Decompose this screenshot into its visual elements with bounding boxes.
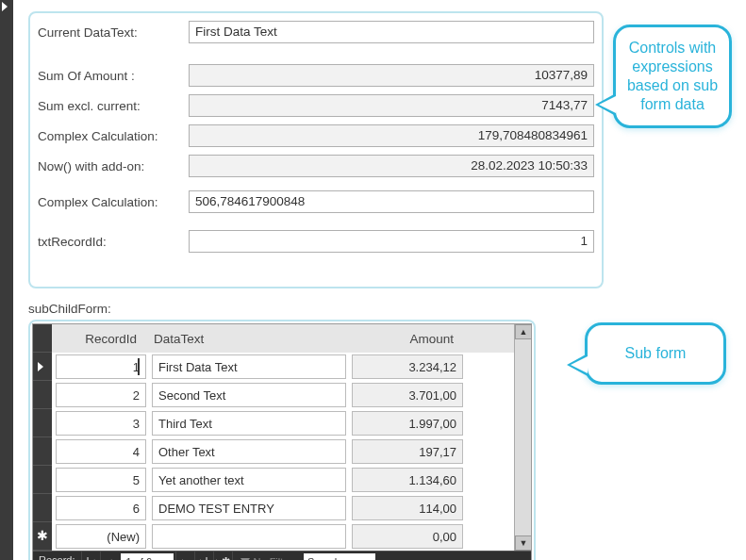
- header-amount[interactable]: Amount: [348, 330, 459, 348]
- subform-highlight: ✱ RecordId DataText Amount 1 First Data …: [28, 320, 536, 560]
- field-now-addon[interactable]: 28.02.2023 10:50:33: [189, 155, 594, 177]
- row-selector-column: ✱: [33, 324, 52, 551]
- callout-text: Sub form: [625, 345, 687, 361]
- field-sum-excl-current[interactable]: 7143,77: [189, 94, 594, 117]
- table-row: 1 First Data Text 3.234,12: [52, 353, 514, 381]
- label-complex-calc-1: Complex Calculation:: [38, 129, 189, 143]
- nav-filter-text: No Filter: [254, 556, 293, 561]
- cell-recordid[interactable]: 2: [56, 383, 146, 407]
- callout-tail-icon: [567, 354, 588, 376]
- label-current-datatext: Current DataText:: [38, 25, 189, 40]
- label-sum-excl-current: Sum excl. current:: [38, 99, 189, 113]
- nav-search-box[interactable]: Search: [304, 553, 375, 560]
- callout-subform: Sub form: [585, 322, 726, 385]
- cell-recordid[interactable]: 1: [56, 354, 146, 379]
- label-sum-of-amount: Sum Of Amount :: [38, 69, 189, 83]
- cell-amount[interactable]: 3.234,12: [352, 354, 463, 379]
- nav-record-counter[interactable]: 1 of 6: [121, 553, 174, 560]
- row-selector[interactable]: [33, 381, 52, 409]
- table-row: 5 Yet another text 1.134,60: [52, 466, 514, 494]
- cell-datatext[interactable]: Yet another text: [152, 468, 346, 492]
- table-row: 3 Third Text 1.997,00: [52, 409, 514, 437]
- main-fields-group: Current DataText: First Data Text Sum Of…: [28, 11, 604, 288]
- cell-amount[interactable]: 114,00: [352, 496, 463, 520]
- cell-datatext[interactable]: Second Text: [152, 383, 346, 407]
- header-recordid[interactable]: RecordId: [52, 330, 142, 348]
- header-datatext[interactable]: DataText: [148, 330, 342, 348]
- field-sum-of-amount[interactable]: 10377,89: [189, 64, 594, 87]
- cell-amount[interactable]: 197,17: [352, 439, 463, 464]
- row-selector-new[interactable]: ✱: [33, 522, 52, 551]
- callout-tail-icon: [595, 93, 616, 116]
- field-current-datatext[interactable]: First Data Text: [189, 21, 594, 43]
- nav-filter-indicator[interactable]: No Filter: [232, 552, 301, 560]
- row-selector[interactable]: [33, 437, 52, 466]
- vertical-scrollbar[interactable]: ▲ ▼: [514, 324, 531, 551]
- label-txt-record-id: txtRecordId:: [38, 235, 189, 249]
- cell-datatext[interactable]: Other Text: [152, 439, 346, 464]
- row-selector[interactable]: [33, 409, 52, 437]
- table-row: 4 Other Text 197,17: [52, 437, 514, 466]
- row-selector-header: [33, 324, 52, 353]
- cell-recordid[interactable]: 6: [56, 496, 146, 520]
- table-row: 6 DEMO TEST ENTRY 114,00: [52, 494, 514, 522]
- subform-label: subChildForm:: [28, 302, 737, 316]
- nav-first-button[interactable]: I◂: [81, 552, 100, 560]
- cell-amount[interactable]: 3.701,00: [352, 383, 463, 407]
- cell-amount-new[interactable]: 0,00: [352, 524, 463, 549]
- field-complex-calc-1[interactable]: 179,708480834961: [189, 124, 594, 147]
- label-complex-calc-2: Complex Calculation:: [38, 195, 189, 209]
- nav-next-button[interactable]: ▸: [175, 552, 194, 560]
- field-txt-record-id[interactable]: 1: [189, 230, 594, 253]
- cell-recordid-new[interactable]: (New): [56, 524, 146, 549]
- cell-recordid[interactable]: 5: [56, 468, 146, 492]
- subform-container: ✱ RecordId DataText Amount 1 First Data …: [32, 323, 532, 560]
- triangle-right-icon: [2, 2, 8, 11]
- record-navigator: Record: I◂ ◂ 1 of 6 ▸ ▸I ▸✱ No Filter Se…: [33, 551, 531, 560]
- scroll-up-icon[interactable]: ▲: [515, 324, 532, 339]
- parent-record-selector[interactable]: [0, 0, 13, 560]
- triangle-right-icon: [38, 362, 43, 371]
- cell-datatext[interactable]: First Data Text: [152, 354, 346, 379]
- table-row: 2 Second Text 3.701,00: [52, 381, 514, 409]
- label-now-addon: Now() with add-on:: [38, 159, 189, 173]
- row-selector-current[interactable]: [33, 353, 52, 381]
- cell-datatext[interactable]: DEMO TEST ENTRY: [152, 496, 346, 520]
- row-selector[interactable]: [33, 494, 52, 522]
- asterisk-icon: ✱: [37, 528, 48, 543]
- callout-text: Controls with expressions based on sub f…: [627, 40, 718, 112]
- cell-amount[interactable]: 1.134,60: [352, 468, 463, 492]
- nav-prev-button[interactable]: ◂: [100, 552, 119, 560]
- row-selector[interactable]: [33, 466, 52, 494]
- cell-datatext[interactable]: Third Text: [152, 411, 346, 436]
- cell-datatext-new[interactable]: [152, 524, 346, 549]
- cell-recordid[interactable]: 3: [56, 411, 146, 436]
- nav-last-button[interactable]: ▸I: [194, 552, 213, 560]
- subform-header-row: RecordId DataText Amount: [52, 324, 514, 353]
- table-new-row: (New) 0,00: [52, 522, 514, 551]
- field-complex-calc-2[interactable]: 506,784617900848: [189, 190, 594, 213]
- nav-label: Record:: [33, 552, 81, 560]
- callout-controls-expressions: Controls with expressions based on sub f…: [613, 25, 732, 128]
- subform-table: RecordId DataText Amount 1 First Data Te…: [52, 324, 514, 551]
- scroll-down-icon[interactable]: ▼: [515, 535, 532, 551]
- cell-amount[interactable]: 1.997,00: [352, 411, 463, 436]
- cell-recordid[interactable]: 4: [56, 439, 146, 464]
- nav-new-button[interactable]: ▸✱: [213, 552, 232, 560]
